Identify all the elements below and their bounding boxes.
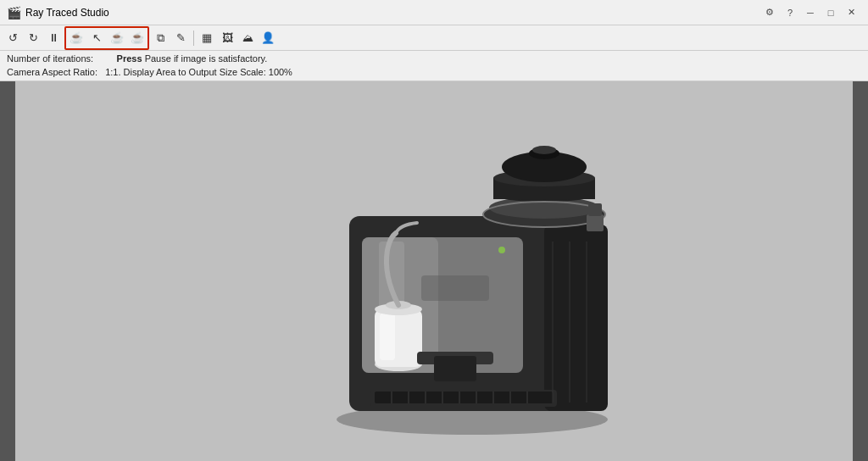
- window-title: Ray Traced Studio: [25, 7, 109, 19]
- svg-rect-33: [421, 275, 489, 301]
- status-line-1: Number of iterations: Press Pause if ima…: [7, 53, 861, 65]
- title-bar-controls: ⚙ ? ─ □ ✕: [760, 4, 861, 21]
- person-button[interactable]: 👤: [259, 29, 277, 47]
- main-area: [0, 81, 868, 461]
- title-bar-left: 🎬 Ray Traced Studio: [7, 6, 109, 19]
- right-sidebar: [853, 81, 868, 461]
- svg-rect-39: [588, 203, 602, 216]
- left-sidebar: [0, 81, 15, 461]
- minimize-button[interactable]: ─: [800, 4, 821, 21]
- svg-rect-17: [380, 314, 395, 360]
- refresh-button[interactable]: ↺: [3, 29, 22, 47]
- svg-rect-32: [434, 356, 476, 381]
- coffee-machine-render: [214, 106, 654, 436]
- close-button[interactable]: ✕: [841, 4, 861, 21]
- highlighted-toolbar-group: ☕ ↖ ☕ ☕: [64, 26, 149, 50]
- background-button[interactable]: ⛰: [238, 29, 257, 47]
- svg-point-34: [498, 247, 505, 253]
- settings-button[interactable]: ⚙: [760, 4, 780, 21]
- render-button[interactable]: ☕: [67, 29, 86, 47]
- status-bar: Number of iterations: Press Pause if ima…: [0, 51, 868, 81]
- title-bar: 🎬 Ray Traced Studio ⚙ ? ─ □ ✕: [0, 0, 868, 25]
- svg-rect-2: [544, 225, 608, 411]
- status-text-1: Number of iterations: Press Pause if ima…: [7, 53, 267, 64]
- app-icon: 🎬: [7, 6, 20, 19]
- image-button[interactable]: 🖼: [218, 29, 236, 47]
- render-button-2[interactable]: ☕: [108, 29, 126, 47]
- toolbar: ↺ ↻ ⏸ ☕ ↖ ☕ ☕ ⧉ ✎ ▦ 🖼 ⛰ 👤: [0, 25, 868, 51]
- svg-point-13: [532, 146, 556, 154]
- render-button-3[interactable]: ☕: [128, 29, 147, 47]
- maximize-button[interactable]: □: [821, 4, 841, 21]
- grid-button[interactable]: ▦: [198, 29, 216, 47]
- copy-button[interactable]: ⧉: [151, 29, 170, 47]
- svg-rect-38: [587, 214, 604, 231]
- canvas-area: [15, 81, 853, 461]
- status-line-2: Camera Aspect Ratio: 1:1. Display Area t…: [7, 66, 861, 79]
- cursor-button[interactable]: ↖: [87, 29, 106, 47]
- svg-rect-22: [375, 392, 553, 403]
- forward-button[interactable]: ↻: [24, 29, 42, 47]
- pause-button[interactable]: ⏸: [44, 29, 63, 47]
- status-text-2: Camera Aspect Ratio: 1:1. Display Area t…: [7, 67, 292, 77]
- help-button[interactable]: ?: [780, 4, 800, 21]
- toolbar-separator: [193, 31, 194, 46]
- edit-button[interactable]: ✎: [171, 29, 190, 47]
